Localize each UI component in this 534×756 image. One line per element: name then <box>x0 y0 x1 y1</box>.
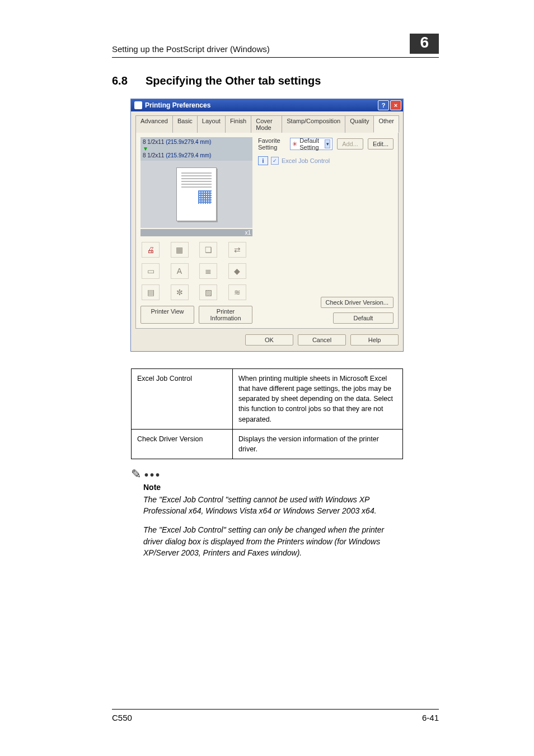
dialog-titlebar[interactable]: Printing Preferences ? × <box>131 99 403 111</box>
preview-size-info: 8 1/2x11 (215.9x279.4 mm) ▼ 8 1/2x11 (21… <box>140 137 252 161</box>
booklet-icon: ▭ <box>142 263 160 279</box>
gear-icon: ✳ <box>292 141 297 148</box>
stack-icon: ≣ <box>199 263 217 279</box>
header-rule <box>112 57 439 58</box>
favorite-setting-label: Favorite Setting <box>258 137 285 151</box>
chevron-down-icon: ▾ <box>325 139 330 148</box>
note-block: ✎ ••• Note The "Excel Job Control "setti… <box>131 467 403 558</box>
arrow-down-icon: ▼ <box>143 146 250 152</box>
favorite-setting-value: Default Setting <box>299 137 322 151</box>
tab-layout[interactable]: Layout <box>197 115 226 133</box>
text-icon: A <box>171 263 189 279</box>
pages-icon: ❏ <box>199 242 217 258</box>
footer-page-number: 6-41 <box>422 713 439 722</box>
cell-setting-name: Check Driver Version <box>132 429 233 459</box>
excel-job-control-checkbox[interactable]: ✓ <box>271 157 279 165</box>
tab-stamp-composition[interactable]: Stamp/Composition <box>282 115 345 133</box>
app-icon <box>134 101 142 109</box>
printer-view-button[interactable]: Printer View <box>140 306 194 324</box>
section-number: 6.8 <box>112 74 146 87</box>
footer-model: C550 <box>112 713 132 722</box>
ok-button[interactable]: OK <box>245 334 293 346</box>
paper-thumbnail <box>176 167 217 221</box>
printing-preferences-dialog: Printing Preferences ? × Advanced Basic … <box>130 99 404 352</box>
edit-button[interactable]: Edit... <box>368 138 394 150</box>
titlebar-help-button[interactable]: ? <box>378 100 389 110</box>
cell-setting-desc: Displays the version information of the … <box>233 429 403 459</box>
excel-job-control-label: Excel Job Control <box>282 157 330 164</box>
help-button[interactable]: Help <box>350 334 399 346</box>
page-preview <box>140 161 252 228</box>
tab-strip: Advanced Basic Layout Finish Cover Mode … <box>135 115 399 133</box>
default-button[interactable]: Default <box>333 312 394 324</box>
tab-quality[interactable]: Quality <box>345 115 374 133</box>
cancel-button[interactable]: Cancel <box>298 334 346 346</box>
favorite-setting-dropdown[interactable]: ✳ Default Setting ▾ <box>290 138 332 150</box>
stamp-icon: ✼ <box>171 284 189 300</box>
table-row: Check Driver Version Displays the versio… <box>132 429 403 459</box>
note-paragraph: The "Excel Job Control "setting cannot b… <box>143 494 403 517</box>
section-heading: 6.8Specifying the Other tab settings <box>0 74 534 87</box>
overlay-icon: ▨ <box>199 284 217 300</box>
note-hand-icon: ✎ <box>131 467 141 482</box>
info-icon[interactable]: i <box>258 156 268 165</box>
tab-basic[interactable]: Basic <box>172 115 198 133</box>
running-header: Setting up the PostScript driver (Window… <box>112 44 270 54</box>
options-column: Favorite Setting ✳ Default Setting ▾ Add… <box>258 137 394 324</box>
tab-finish[interactable]: Finish <box>225 115 251 133</box>
chapter-number-badge: 6 <box>410 34 439 54</box>
footer-rule <box>112 709 439 710</box>
section-title-text: Specifying the Other tab settings <box>146 74 321 87</box>
tab-panel-other: 8 1/2x11 (215.9x279.4 mm) ▼ 8 1/2x11 (21… <box>135 133 399 329</box>
printer-information-button[interactable]: Printer Information <box>199 306 252 324</box>
note-dots-icon: ••• <box>144 469 161 482</box>
zoom-indicator: x1 <box>140 229 252 236</box>
calendar-icon <box>198 190 212 204</box>
add-button[interactable]: Add... <box>337 138 363 150</box>
tab-other[interactable]: Other <box>373 115 399 133</box>
settings-icon: ≋ <box>228 284 246 300</box>
list-icon: ▤ <box>142 284 160 300</box>
tab-advanced[interactable]: Advanced <box>135 115 173 133</box>
printer-icon: 🖨 <box>142 242 160 258</box>
duplex-icon: ⇄ <box>228 242 246 258</box>
note-paragraph: The "Excel Job Control" setting can only… <box>143 524 403 558</box>
preview-column: 8 1/2x11 (215.9x279.4 mm) ▼ 8 1/2x11 (21… <box>140 137 252 324</box>
cell-setting-name: Excel Job Control <box>132 369 233 430</box>
titlebar-close-button[interactable]: × <box>390 100 401 110</box>
tab-cover-mode[interactable]: Cover Mode <box>251 115 282 133</box>
feature-icon-grid: 🖨 ▦ ❏ ⇄ ▭ A ≣ ◆ ▤ ✼ ▨ ≋ <box>140 241 252 301</box>
table-row: Excel Job Control When printing multiple… <box>132 369 403 430</box>
settings-description-table: Excel Job Control When printing multiple… <box>131 368 403 459</box>
note-label: Note <box>143 483 403 492</box>
dialog-title: Printing Preferences <box>145 101 210 109</box>
layout-icon: ▦ <box>171 242 189 258</box>
check-driver-version-button[interactable]: Check Driver Version... <box>321 297 394 308</box>
cell-setting-desc: When printing multiple sheets in Microso… <box>233 369 403 430</box>
color-icon: ◆ <box>228 263 246 279</box>
